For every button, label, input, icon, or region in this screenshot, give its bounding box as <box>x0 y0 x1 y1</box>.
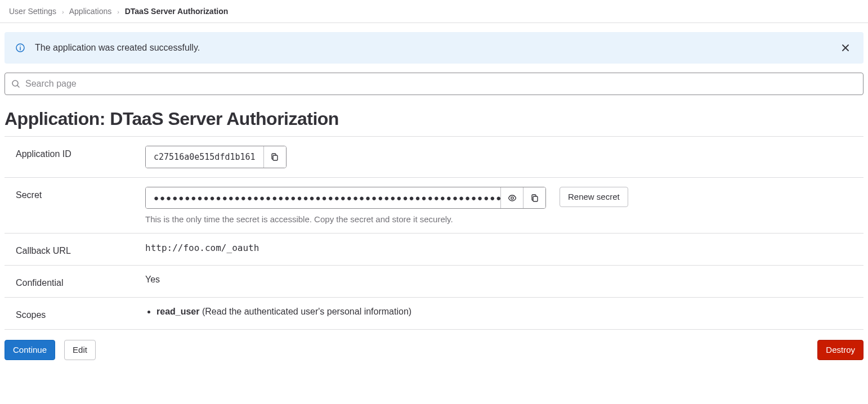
copy-icon <box>270 152 279 161</box>
secret-value[interactable]: ●●●●●●●●●●●●●●●●●●●●●●●●●●●●●●●●●●●●●●●●… <box>146 187 500 208</box>
row-secret: Secret ●●●●●●●●●●●●●●●●●●●●●●●●●●●●●●●●●… <box>5 178 863 234</box>
info-icon <box>16 43 25 52</box>
callback-value: http://foo.com/_oauth <box>145 243 857 253</box>
breadcrumb-user-settings[interactable]: User Settings <box>9 7 56 16</box>
breadcrumb-applications[interactable]: Applications <box>69 7 112 16</box>
svg-point-2 <box>20 46 21 47</box>
breadcrumb-current: DTaaS Server Authorization <box>125 7 229 16</box>
close-icon <box>841 43 850 52</box>
chevron-right-icon: › <box>62 8 64 15</box>
reveal-secret-button[interactable] <box>500 187 523 208</box>
copy-secret-button[interactable] <box>523 187 545 208</box>
destroy-button[interactable]: Destroy <box>817 340 863 360</box>
row-confidential: Confidential Yes <box>5 266 863 298</box>
search-icon <box>11 79 20 88</box>
row-scopes: Scopes read_user (Read the authenticated… <box>5 298 863 330</box>
chevron-right-icon: › <box>117 8 119 15</box>
copy-app-id-button[interactable] <box>263 146 286 168</box>
secret-group: ●●●●●●●●●●●●●●●●●●●●●●●●●●●●●●●●●●●●●●●●… <box>145 187 546 209</box>
app-id-group: c27516a0e515dfd1b161 <box>145 146 287 168</box>
label-scopes: Scopes <box>16 307 145 320</box>
svg-rect-7 <box>533 196 538 201</box>
row-app-id: Application ID c27516a0e515dfd1b161 <box>5 137 863 178</box>
scope-desc: (Read the authenticated user's personal … <box>202 307 411 316</box>
edit-button[interactable]: Edit <box>64 340 96 360</box>
search-page <box>5 73 863 95</box>
app-id-value[interactable]: c27516a0e515dfd1b161 <box>146 146 263 168</box>
renew-secret-button[interactable]: Renew secret <box>560 187 628 207</box>
secret-help-text: This is the only time the secret is acce… <box>145 214 546 224</box>
label-secret: Secret <box>16 187 145 200</box>
app-details: Application ID c27516a0e515dfd1b161 Secr… <box>5 136 863 330</box>
alert-close-button[interactable] <box>839 41 852 55</box>
svg-line-4 <box>17 86 19 87</box>
row-callback: Callback URL http://foo.com/_oauth <box>5 234 863 266</box>
copy-icon <box>530 194 539 203</box>
eye-icon <box>508 194 517 203</box>
svg-rect-5 <box>273 155 278 160</box>
svg-point-6 <box>511 196 513 199</box>
search-input[interactable] <box>5 73 863 95</box>
breadcrumb: User Settings › Applications › DTaaS Ser… <box>0 0 868 23</box>
alert-message: The application was created successfully… <box>35 43 839 53</box>
label-callback: Callback URL <box>16 243 145 256</box>
confidential-value: Yes <box>145 275 857 285</box>
scope-list: read_user (Read the authenticated user's… <box>156 307 857 317</box>
continue-button[interactable]: Continue <box>5 340 55 360</box>
success-alert: The application was created successfully… <box>5 32 863 64</box>
page-title: Application: DTaaS Server Authorization <box>5 109 863 129</box>
scope-item: read_user (Read the authenticated user's… <box>156 307 857 317</box>
label-app-id: Application ID <box>16 146 145 159</box>
scope-name: read_user <box>156 307 200 316</box>
label-confidential: Confidential <box>16 275 145 288</box>
action-bar: Continue Edit Destroy <box>5 330 863 360</box>
